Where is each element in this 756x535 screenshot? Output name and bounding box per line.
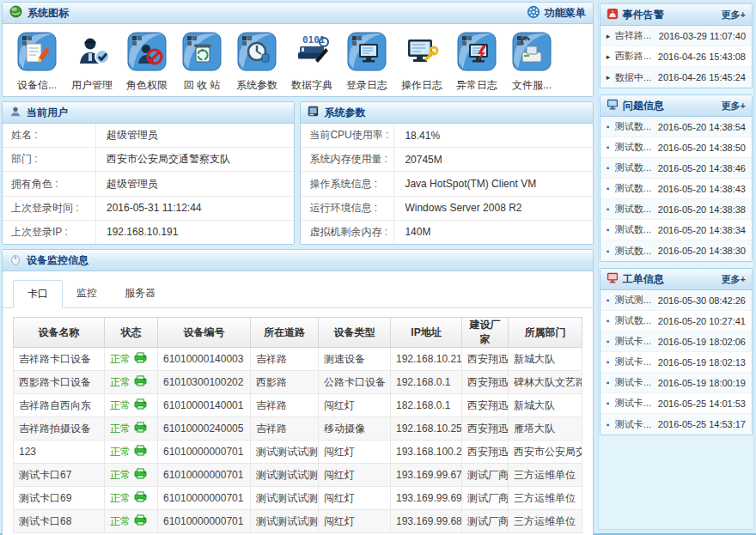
- cell-code: 61010000140001: [158, 394, 251, 417]
- table-row[interactable]: 吉祥路自西向东正常61010000140001吉祥路闯红灯182.168.0.1…: [14, 394, 582, 417]
- system-params-fields: 当前CPU使用率 :18.41%系统内存使用量 :20745M操作系统信息 :J…: [301, 124, 592, 244]
- toolbar-icon-device-info[interactable]: 设备信...: [9, 31, 64, 93]
- problems-item[interactable]: ▪测试数...2016-05-20 14:38:43: [601, 179, 752, 199]
- status-badge: 正常: [110, 375, 147, 390]
- cell-vendor: 测试厂商: [462, 487, 509, 510]
- toolbar-icon-login-log[interactable]: 登录日志: [339, 31, 394, 93]
- item-date: 2016-05-25 14:01:53: [658, 398, 746, 409]
- table-row[interactable]: 测试卡口69正常61010000000701测试测试试测试1测闯红灯193.16…: [14, 487, 582, 510]
- toolbar-icons-row: 设备信...用户管理角色权限回 收 站系统参数0101数据字典登录日志操作日志异…: [3, 24, 593, 96]
- table-row[interactable]: 吉祥路拍摄设备正常61010000240005吉祥路移动摄像192.168.10…: [14, 417, 582, 441]
- table-row[interactable]: 西影路卡口设备正常61010300100202西影路公路卡口设备192.168.…: [14, 371, 582, 394]
- cell-vendor: 测试厂商: [462, 510, 509, 533]
- cell-status: 正常: [105, 348, 158, 371]
- toolbar-icon-error-log[interactable]: 异常日志: [449, 31, 504, 93]
- file-server-icon: [511, 31, 552, 75]
- item-date: 2016-04-26 15:43:08: [658, 52, 746, 62]
- cell-road: 吉祥路: [251, 394, 319, 417]
- more-link[interactable]: 更多+: [722, 9, 746, 21]
- bullet-icon: ▪: [607, 398, 615, 408]
- field-row: 运行环境信息 :Windows Server 2008 R2: [301, 197, 592, 221]
- toolbar-icon-data-dict[interactable]: 0101数据字典: [284, 31, 339, 93]
- field-row: 系统内存使用量 :20745M: [301, 148, 592, 172]
- cell-dept: 西安市公安局交通警察: [509, 441, 582, 464]
- cell-name: 吉祥路卡口设备: [14, 348, 105, 371]
- cell-type: 闯红灯: [319, 464, 391, 487]
- alerts-panel: 事件告警更多+▸吉祥路...2016-03-29 11:07:40▸西影路...…: [600, 3, 753, 88]
- toolbar-icon-recycle-bin[interactable]: 回 收 站: [174, 31, 229, 93]
- field-row: 部门 :西安市公安局交通警察支队: [3, 148, 294, 172]
- toolbar-icon-role-perm[interactable]: 角色权限: [119, 31, 174, 93]
- problems-item[interactable]: ▪测试数...2016-05-20 14:38:38: [601, 199, 752, 220]
- bullet-icon: ▪: [607, 204, 615, 214]
- problems-item[interactable]: ▪测试数...2016-05-20 14:38:30: [601, 240, 752, 261]
- field-label: 当前CPU使用率 :: [301, 128, 393, 143]
- workorders-panel: 工单信息更多+▪测试测...2016-05-30 08:42:26▪测试数...…: [600, 268, 753, 435]
- alerts-item[interactable]: ▸吉祥路...2016-03-29 11:07:40: [601, 26, 752, 46]
- function-menu-button[interactable]: 功能菜单: [527, 5, 586, 21]
- cell-type: 测速设备: [319, 348, 391, 371]
- cell-ip: 193.169.99.69: [391, 487, 462, 510]
- cell-dept: 三方运维单位: [509, 464, 582, 487]
- field-label: 运行环境信息 :: [301, 201, 393, 216]
- item-title: 测试测...: [615, 294, 658, 307]
- workorders-item[interactable]: ▪测试卡...2016-05-25 14:53:17: [601, 414, 752, 435]
- problems-item[interactable]: ▪测试数...2016-05-20 14:38:54: [601, 117, 752, 137]
- field-value: 140M: [393, 221, 592, 244]
- cell-status: 正常: [105, 487, 158, 510]
- tab-卡口[interactable]: 卡口: [13, 280, 63, 308]
- printer-icon: [134, 491, 147, 505]
- gear-icon: [527, 5, 540, 21]
- field-value: 超级管理员: [95, 172, 294, 195]
- printer-icon: [134, 398, 147, 412]
- workorders-item[interactable]: ▪测试卡...2016-05-25 14:01:53: [601, 393, 752, 414]
- table-row[interactable]: 123正常61010000000701测试测试试测试1测闯红灯193.168.1…: [14, 441, 582, 464]
- toolbar-icon-user-manage[interactable]: 用户管理: [64, 31, 119, 93]
- cell-road: 吉祥路: [251, 417, 319, 441]
- problems-item[interactable]: ▪测试数...2016-05-20 14:38:34: [601, 220, 752, 240]
- item-date: 2016-05-30 08:42:26: [658, 295, 746, 306]
- item-title: 测试卡...: [615, 335, 658, 348]
- workorders-item[interactable]: ▪测试测...2016-05-30 08:42:26: [601, 290, 752, 311]
- workorders-item[interactable]: ▪测试数...2016-05-20 10:27:41: [601, 311, 752, 331]
- cell-code: 61010000000701: [158, 487, 251, 510]
- monitor-blue-icon: [607, 99, 619, 112]
- problems-item[interactable]: ▪测试数...2016-05-20 14:38:50: [601, 137, 752, 158]
- op-log-icon: [401, 31, 442, 75]
- panel-title: 工单信息: [623, 272, 664, 287]
- printer-icon: [134, 445, 147, 459]
- workorders-item[interactable]: ▪测试卡...2016-05-19 18:02:06: [601, 331, 752, 352]
- bullet-icon: ▪: [607, 295, 615, 305]
- status-badge: 正常: [110, 445, 147, 459]
- column-header: 状态: [105, 318, 158, 348]
- alerts-item[interactable]: ▸数据中...2016-04-26 15:45:24: [601, 67, 752, 88]
- panel-title: 事件告警: [623, 8, 664, 22]
- device-monitor-panel: 设备监控信息 卡口监控服务器 设备名称状态设备编号所在道路设备类型IP地址建设厂…: [2, 249, 594, 535]
- alerts-item[interactable]: ▸西影路...2016-04-26 15:43:08: [601, 46, 752, 67]
- item-date: 2016-05-20 14:38:43: [658, 184, 746, 194]
- more-link[interactable]: 更多+: [722, 273, 746, 286]
- column-header: 设备类型: [319, 318, 391, 348]
- cell-road: 测试测试试测试1测: [251, 510, 319, 533]
- cell-name: 吉祥路自西向东: [14, 394, 105, 417]
- bullet-icon: ▪: [607, 184, 615, 193]
- toolbar-icon-label: 设备信...: [17, 78, 57, 93]
- cell-road: 吉祥路: [251, 348, 319, 371]
- table-row[interactable]: 吉祥路卡口设备正常61010000140003吉祥路测速设备192.168.10…: [14, 348, 582, 371]
- bullet-icon: ▪: [607, 225, 615, 234]
- workorders-item[interactable]: ▪测试卡...2016-05-19 18:02:13: [601, 352, 752, 373]
- role-perm-icon: [126, 31, 168, 75]
- tab-服务器[interactable]: 服务器: [111, 280, 169, 307]
- toolbar-icon-file-server[interactable]: 文件服...: [504, 31, 559, 93]
- workorders-item[interactable]: ▪测试卡...2016-05-19 18:00:19: [601, 373, 752, 393]
- column-header: 设备编号: [158, 318, 251, 348]
- tab-监控[interactable]: 监控: [63, 280, 111, 307]
- bullet-icon: ▪: [607, 420, 615, 429]
- more-link[interactable]: 更多+: [722, 100, 746, 112]
- cell-code: 61010000240005: [158, 417, 251, 441]
- toolbar-icon-op-log[interactable]: 操作日志: [394, 31, 449, 93]
- table-row[interactable]: 测试卡口68正常61010000000701测试测试试测试1测闯红灯193.16…: [14, 510, 582, 533]
- problems-item[interactable]: ▪测试数...2016-05-20 14:38:46: [601, 158, 752, 179]
- toolbar-icon-sys-param[interactable]: 系统参数: [229, 31, 284, 93]
- table-row[interactable]: 测试卡口67正常61010000000701测试测试试测试1测闯红灯193.16…: [14, 464, 582, 487]
